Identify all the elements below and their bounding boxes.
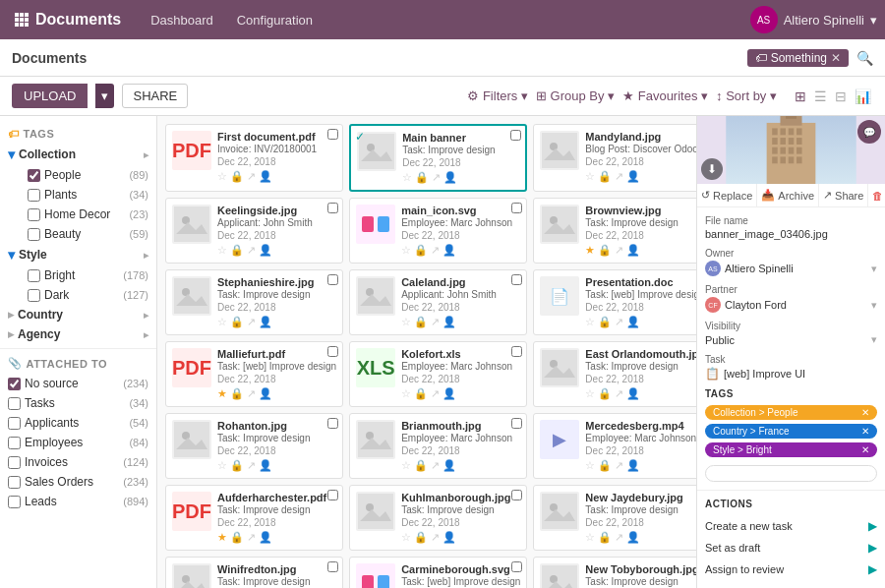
- doc-checkbox[interactable]: [511, 490, 522, 500]
- doc-card[interactable]: Brownview.jpg Task: Improve design Dec 2…: [533, 198, 696, 264]
- share-doc-icon[interactable]: ↗: [431, 244, 440, 257]
- lock-icon[interactable]: 🔒: [414, 244, 428, 257]
- plants-checkbox[interactable]: [28, 189, 40, 202]
- user-doc-icon[interactable]: 👤: [442, 387, 456, 400]
- lock-icon[interactable]: 🔒: [414, 316, 428, 328]
- doc-card[interactable]: New Tobyborough.jpg Task: Improve design…: [533, 557, 696, 588]
- dark-checkbox[interactable]: [28, 289, 40, 302]
- user-doc-icon[interactable]: 👤: [626, 316, 640, 328]
- filter-remove-icon[interactable]: ✕: [831, 51, 841, 65]
- doc-card[interactable]: 📄 Presentation.doc Task: [web] Improve d…: [533, 269, 696, 335]
- star-icon[interactable]: ☆: [217, 244, 227, 257]
- replace-button[interactable]: ↺ Replace: [697, 184, 757, 206]
- panel-chat-icon[interactable]: 💬: [857, 120, 881, 144]
- doc-card[interactable]: Brianmouth.jpg Employee: Marc Johnson De…: [349, 413, 527, 479]
- star-icon[interactable]: ☆: [401, 316, 411, 328]
- lock-icon[interactable]: 🔒: [414, 459, 428, 472]
- star-icon[interactable]: ★: [585, 244, 595, 257]
- doc-checkbox[interactable]: [511, 203, 522, 213]
- lock-icon[interactable]: 🔒: [230, 459, 244, 472]
- doc-checkbox-container[interactable]: [327, 129, 338, 143]
- share-doc-icon[interactable]: ↗: [247, 244, 256, 257]
- sidebar-item-bright[interactable]: Bright (178): [20, 265, 156, 285]
- doc-checkbox-container[interactable]: [327, 418, 338, 432]
- tag-style-bright[interactable]: Style > Bright ✕: [705, 442, 877, 457]
- star-icon[interactable]: ☆: [217, 170, 227, 183]
- doc-checkbox-container[interactable]: [511, 418, 522, 432]
- sidebar-item-beauty[interactable]: Beauty (59): [20, 224, 156, 244]
- doc-checkbox[interactable]: [327, 274, 338, 285]
- doc-checkbox[interactable]: [327, 346, 338, 357]
- doc-card[interactable]: Mandyland.jpg Blog Post: Discover Odoo D…: [533, 124, 696, 192]
- user-menu[interactable]: AS Altiero Spinelli ▾: [750, 6, 877, 33]
- doc-checkbox-container[interactable]: [511, 490, 522, 503]
- lock-icon[interactable]: 🔒: [598, 170, 612, 183]
- share-doc-icon[interactable]: ↗: [615, 244, 623, 257]
- doc-checkbox[interactable]: [327, 561, 338, 572]
- employees-checkbox[interactable]: [8, 437, 21, 449]
- filters-button[interactable]: ⚙ Filters ▾: [467, 88, 528, 103]
- sidebar-item-home-decor[interactable]: Home Decor (23): [20, 205, 156, 224]
- partner-value[interactable]: CF Clayton Ford ▾: [705, 297, 877, 313]
- share-doc-icon[interactable]: ↗: [247, 170, 256, 183]
- sidebar-item-agency[interactable]: ▸ Agency ▸: [0, 324, 156, 344]
- home-decor-checkbox[interactable]: [28, 208, 40, 221]
- doc-card[interactable]: PDF Malliefurt.pdf Task: [web] Improve d…: [165, 341, 343, 407]
- doc-checkbox[interactable]: [511, 274, 522, 285]
- doc-checkbox-container[interactable]: [511, 561, 522, 575]
- owner-value[interactable]: AS Altiero Spinelli ▾: [705, 261, 877, 276]
- star-icon[interactable]: ☆: [401, 459, 411, 472]
- visibility-value[interactable]: Public ▾: [705, 333, 877, 346]
- lock-icon[interactable]: 🔒: [230, 387, 244, 400]
- user-doc-icon[interactable]: 👤: [626, 459, 640, 472]
- sidebar-item-collection[interactable]: ▾ Collection ▸: [0, 144, 156, 165]
- doc-card[interactable]: Rohanton.jpg Task: Improve design Dec 22…: [165, 413, 343, 479]
- star-icon[interactable]: ★: [217, 387, 227, 400]
- user-doc-icon[interactable]: 👤: [442, 459, 456, 472]
- tag-country-france[interactable]: Country > France ✕: [705, 424, 877, 439]
- star-icon[interactable]: ☆: [217, 459, 227, 472]
- no-source-checkbox[interactable]: [8, 378, 21, 390]
- share-doc-icon[interactable]: ↗: [615, 531, 623, 544]
- sidebar-item-no-source[interactable]: No source (234): [0, 374, 156, 393]
- share-doc-icon[interactable]: ↗: [615, 170, 623, 183]
- lock-icon[interactable]: 🔒: [230, 316, 244, 328]
- user-doc-icon[interactable]: 👤: [259, 459, 272, 472]
- share-doc-icon[interactable]: ↗: [431, 387, 440, 400]
- doc-checkbox-container[interactable]: [327, 274, 338, 288]
- doc-card[interactable]: PDF First document.pdf Invoice: INV/2018…: [165, 124, 343, 192]
- sidebar-item-sales-orders[interactable]: Sales Orders (234): [0, 472, 156, 492]
- star-icon[interactable]: ★: [217, 531, 227, 544]
- doc-card[interactable]: Stephanieshire.jpg Task: Improve design …: [165, 269, 343, 335]
- star-icon[interactable]: ☆: [217, 316, 227, 328]
- user-doc-icon[interactable]: 👤: [259, 244, 272, 257]
- lock-icon[interactable]: 🔒: [230, 531, 244, 544]
- lock-icon[interactable]: 🔒: [598, 531, 612, 544]
- tag-input[interactable]: [705, 465, 877, 482]
- star-icon[interactable]: ☆: [585, 316, 595, 328]
- share-doc-icon[interactable]: ↗: [247, 316, 256, 328]
- share-doc-icon[interactable]: ↗: [615, 316, 623, 328]
- sidebar-item-invoices[interactable]: Invoices (124): [0, 452, 156, 472]
- archive-button[interactable]: 📥 Archive: [757, 184, 819, 206]
- lock-icon[interactable]: 🔒: [598, 244, 612, 257]
- action-assign-review[interactable]: Assign to review ▶: [705, 559, 877, 580]
- lock-icon[interactable]: 🔒: [230, 170, 244, 183]
- tag-collection-people[interactable]: Collection > People ✕: [705, 405, 877, 420]
- sidebar-item-employees[interactable]: Employees (84): [0, 433, 156, 452]
- action-create-task[interactable]: Create a new task ▶: [705, 515, 877, 537]
- user-doc-icon[interactable]: 👤: [442, 244, 456, 257]
- doc-card[interactable]: Main banner Task: Improve design Dec 22,…: [349, 124, 527, 192]
- sidebar-item-leads[interactable]: Leads (894): [0, 492, 156, 511]
- doc-checkbox[interactable]: [511, 561, 522, 572]
- upload-button[interactable]: UPLOAD: [12, 84, 88, 108]
- user-doc-icon[interactable]: 👤: [626, 244, 640, 257]
- upload-dropdown-button[interactable]: ▾: [95, 84, 114, 108]
- doc-card[interactable]: main_icon.svg Employee: Marc Johnson Dec…: [349, 198, 527, 264]
- delete-button[interactable]: 🗑: [868, 184, 885, 206]
- nav-dashboard[interactable]: Dashboard: [141, 9, 223, 31]
- lock-icon[interactable]: 🔒: [598, 316, 612, 328]
- star-icon[interactable]: ☆: [401, 387, 411, 400]
- user-doc-icon[interactable]: 👤: [259, 170, 272, 183]
- doc-card[interactable]: Carmineborough.svg Task: [web] Improve d…: [349, 557, 527, 588]
